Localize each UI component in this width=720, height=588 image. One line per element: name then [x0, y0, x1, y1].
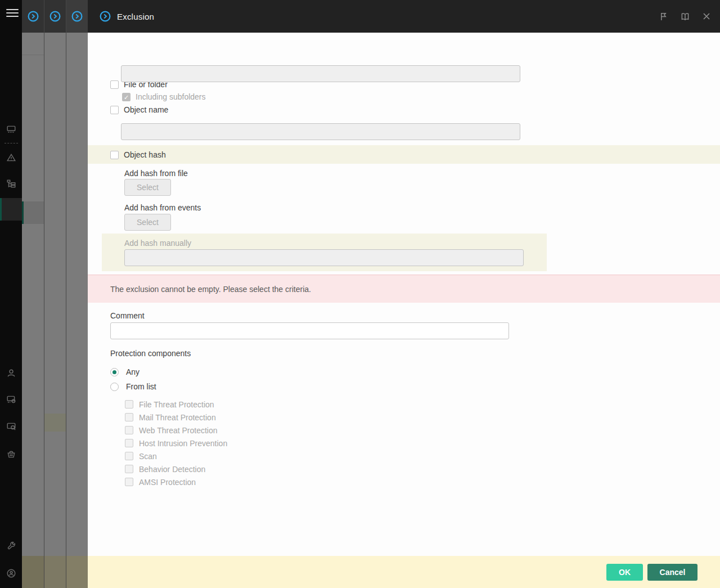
object-hash-label: Object hash	[124, 150, 166, 159]
tools-icon[interactable]	[0, 539, 22, 553]
add-hash-manually-input	[124, 249, 524, 266]
radio-any-row: Any	[110, 367, 140, 376]
device-search-icon[interactable]	[0, 420, 22, 433]
cancel-button[interactable]: Cancel	[647, 564, 698, 581]
validation-error-banner: The exclusion cannot be empty. Please se…	[88, 275, 720, 303]
object-name-row: Object name	[110, 105, 168, 114]
dialog-icon	[71, 10, 83, 23]
dialog-body: File or folder ✓ Including subfolders Ob…	[88, 33, 720, 556]
protection-item-label: Host Intrusion Prevention	[139, 439, 227, 448]
protection-checkbox	[125, 478, 133, 486]
object-hash-row: Object hash	[110, 150, 166, 159]
dialog-header: Exclusion	[88, 0, 720, 33]
sidebar-item-selected[interactable]	[0, 198, 22, 221]
exclusion-dialog-icon	[99, 10, 111, 23]
protection-item: Mail Threat Protection	[125, 413, 227, 421]
store-icon[interactable]	[0, 447, 22, 461]
protection-item: Host Intrusion Prevention	[125, 439, 227, 447]
hierarchy-icon[interactable]	[0, 177, 22, 191]
comment-input[interactable]	[110, 322, 509, 339]
protection-item: Behavior Detection	[125, 465, 227, 473]
stacked-dialog-1-footer	[22, 556, 44, 588]
protection-item-label: AMSI Protection	[139, 478, 196, 487]
stacked-dialog-3-body	[66, 33, 88, 556]
select-hash-events-button: Select	[124, 214, 171, 231]
app-sidebar	[0, 0, 22, 588]
protection-checkbox	[125, 439, 133, 447]
alerts-icon[interactable]	[0, 151, 22, 164]
support-icon[interactable]	[0, 567, 22, 580]
add-hash-manually-label: Add hash manually	[124, 239, 191, 248]
radio-any-label: Any	[126, 367, 140, 376]
file-or-folder-input	[121, 65, 520, 82]
radio-any[interactable]	[110, 368, 119, 376]
including-subfolders-checkbox: ✓	[122, 93, 130, 101]
protection-checkbox	[125, 413, 133, 421]
device-settings-icon[interactable]	[0, 393, 22, 406]
including-subfolders-label: Including subfolders	[136, 92, 206, 101]
add-hash-manually-block: Add hash manually	[102, 234, 547, 271]
add-hash-from-events-label: Add hash from events	[124, 203, 201, 212]
stacked-dialog-3-footer	[66, 556, 88, 588]
exclusion-dialog: Exclusion File or folder ✓ Including sub…	[88, 0, 720, 588]
stacked-dialog-2-tab[interactable]	[44, 0, 66, 33]
ok-button[interactable]: OK	[606, 564, 643, 581]
object-name-input	[121, 123, 520, 140]
dialog-icon	[27, 10, 39, 23]
add-hash-from-file-label: Add hash from file	[124, 169, 188, 178]
object-name-checkbox[interactable]	[110, 106, 119, 114]
select-hash-file-button: Select	[124, 179, 171, 196]
dialog-title: Exclusion	[117, 12, 154, 21]
stacked-dialog-2[interactable]	[44, 0, 66, 588]
protection-item: Web Threat Protection	[125, 426, 227, 434]
protection-item-label: Behavior Detection	[139, 465, 205, 474]
protection-checkbox	[125, 400, 133, 409]
stacked-dialog-2-footer	[44, 556, 66, 588]
object-name-label: Object name	[124, 105, 168, 114]
users-icon[interactable]	[0, 366, 22, 380]
stacked-dialog-3[interactable]	[66, 0, 88, 588]
radio-from-list[interactable]	[110, 383, 119, 391]
sidebar-divider	[4, 143, 18, 143]
including-subfolders-row: ✓ Including subfolders	[122, 92, 206, 101]
manual-book-icon[interactable]	[680, 12, 690, 21]
protection-components-label: Protection components	[110, 349, 191, 358]
dialog-footer: OK Cancel	[88, 556, 720, 588]
radio-from-list-row: From list	[110, 382, 156, 391]
stacked-dialog-2-body	[44, 33, 66, 556]
divider	[22, 55, 44, 55]
protection-item: AMSI Protection	[125, 478, 227, 486]
stacked-dialog-3-tab[interactable]	[66, 0, 88, 33]
stacked-dialog-1-tab[interactable]	[22, 0, 44, 33]
object-hash-checkbox[interactable]	[110, 151, 119, 159]
comment-label: Comment	[110, 311, 145, 320]
monitoring-icon[interactable]	[0, 123, 22, 136]
stacked-dialog-1-body	[22, 33, 44, 556]
protection-item-label: Web Threat Protection	[139, 426, 218, 435]
flag-icon[interactable]	[659, 12, 668, 21]
close-icon[interactable]	[702, 12, 711, 21]
radio-from-list-label: From list	[126, 382, 156, 391]
protection-checkbox	[125, 465, 133, 473]
protection-components-list: File Threat Protection Mail Threat Prote…	[125, 400, 227, 486]
protection-item: File Threat Protection	[125, 400, 227, 409]
object-hash-band	[88, 145, 720, 164]
validation-error-text: The exclusion cannot be empty. Please se…	[110, 285, 311, 294]
stacked-selected-row	[22, 201, 44, 224]
protection-item: Scan	[125, 452, 227, 460]
stacked-dialog-1[interactable]	[22, 0, 44, 588]
protection-item-label: Mail Threat Protection	[139, 413, 216, 422]
file-or-folder-checkbox[interactable]	[110, 80, 119, 89]
protection-item-label: File Threat Protection	[139, 400, 214, 409]
protection-item-label: Scan	[139, 452, 157, 461]
protection-checkbox	[125, 426, 133, 434]
protection-checkbox	[125, 452, 133, 460]
menu-icon[interactable]	[6, 9, 19, 18]
dialog-icon	[49, 10, 61, 23]
stacked-highlight-row	[44, 414, 66, 432]
